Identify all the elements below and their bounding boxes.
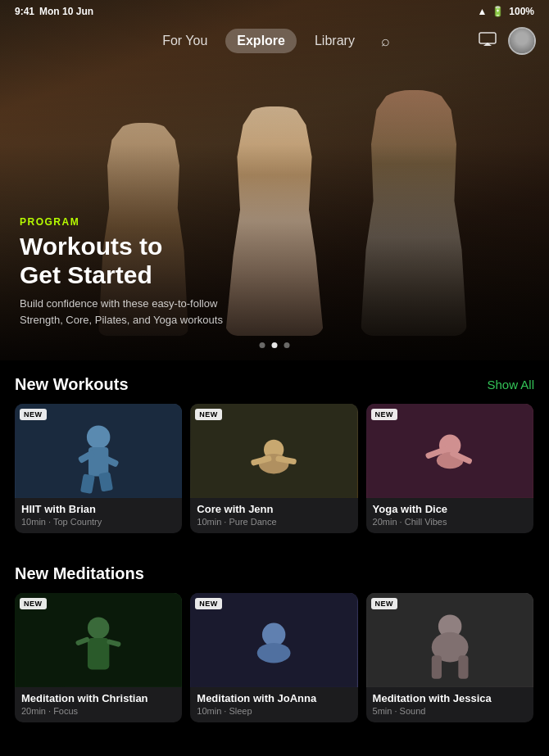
status-bar: 9:41 Mon 10 Jun ▲ 🔋 100% (0, 0, 549, 23)
svg-point-25 (262, 623, 285, 646)
main-content: New Workouts Show All (0, 360, 549, 756)
new-meditations-title: New Meditations (15, 564, 144, 583)
new-badge-med2: NEW (195, 598, 222, 609)
nav-explore[interactable]: Explore (225, 29, 297, 53)
hero-content: PROGRAM Workouts toGet Started Build con… (20, 216, 529, 328)
new-meditations-cards: NEW Meditation with Christian 20min · Fo… (15, 593, 534, 722)
card-hiit-brian[interactable]: NEW HIIT with Brian 10min · Top Country (15, 404, 182, 533)
svg-point-20 (88, 617, 109, 638)
card-thumb-med3: NEW (366, 593, 533, 687)
svg-point-26 (257, 643, 291, 663)
new-badge-hiit: NEW (20, 409, 47, 420)
card-thumb-med2: NEW (190, 593, 357, 687)
card-thumb-hiit: NEW (15, 404, 182, 498)
card-title-yoga: Yoga with Dice (373, 503, 527, 515)
status-bar-left: 9:41 Mon 10 Jun (15, 6, 93, 17)
svg-rect-30 (431, 655, 441, 678)
new-workouts-cards: NEW HIIT with Brian 10min · Top Country (15, 404, 534, 533)
card-info-yoga: Yoga with Dice 20min · Chill Vibes (366, 498, 533, 533)
new-badge-yoga: NEW (371, 409, 398, 420)
svg-rect-21 (88, 638, 109, 670)
card-thumb-med1: NEW (15, 593, 182, 687)
card-meta-yoga: 20min · Chill Vibes (373, 517, 527, 527)
card-meta-core: 10min · Pure Dance (197, 517, 351, 527)
new-workouts-section: New Workouts Show All (0, 360, 549, 533)
card-core-jenn[interactable]: NEW Core with Jenn 10min · Pure Dance (190, 404, 357, 533)
svg-rect-0 (479, 33, 496, 43)
card-info-med2: Meditation with JoAnna 10min · Sleep (190, 687, 357, 722)
status-bar-right: ▲ 🔋 100% (477, 6, 534, 17)
status-date: Mon 10 Jun (39, 6, 93, 17)
card-info-hiit: HIIT with Brian 10min · Top Country (15, 498, 182, 533)
dot-3[interactable] (284, 342, 290, 348)
card-thumb-yoga: NEW (366, 404, 533, 498)
user-avatar[interactable] (508, 27, 536, 55)
card-yoga-dice[interactable]: NEW Yoga with Dice 20min · Chill Vibes (366, 404, 533, 533)
card-med-jessica[interactable]: NEW Meditation with Jessica 5min · Sound (366, 593, 533, 722)
card-info-core: Core with Jenn 10min · Pure Dance (190, 498, 357, 533)
new-workouts-show-all[interactable]: Show All (487, 378, 534, 392)
dot-2[interactable] (272, 342, 278, 348)
search-icon[interactable]: ⌕ (373, 28, 398, 55)
new-workouts-title: New Workouts (15, 375, 129, 394)
wifi-icon: ▲ (477, 6, 487, 17)
card-meta-hiit: 10min · Top Country (21, 517, 175, 527)
battery-level: 100% (509, 6, 534, 17)
avatar-image (510, 29, 534, 53)
card-thumb-core: NEW (190, 404, 357, 498)
card-info-med1: Meditation with Christian 20min · Focus (15, 687, 182, 722)
card-title-hiit: HIIT with Brian (21, 503, 175, 515)
battery-icon: 🔋 (492, 6, 504, 17)
card-meta-med1: 20min · Focus (21, 706, 175, 716)
hero-title: Workouts toGet Started (20, 233, 529, 289)
svg-rect-31 (458, 655, 468, 678)
svg-point-11 (259, 454, 289, 473)
hero-description: Build confidence with these easy-to-foll… (20, 296, 249, 328)
svg-point-3 (87, 425, 110, 448)
card-title-med3: Meditation with Jessica (373, 692, 527, 704)
card-med-christian[interactable]: NEW Meditation with Christian 20min · Fo… (15, 593, 182, 722)
nav-for-you[interactable]: For You (151, 29, 219, 53)
card-info-med3: Meditation with Jessica 5min · Sound (366, 687, 533, 722)
hero-section: For You Explore Library ⌕ PROGRAM Workou… (0, 0, 549, 360)
activity-types-section: Activity Types (0, 739, 549, 756)
new-workouts-header: New Workouts Show All (15, 375, 534, 394)
new-badge-med3: NEW (371, 598, 398, 609)
new-badge-core: NEW (195, 409, 222, 420)
card-meta-med3: 5min · Sound (373, 706, 527, 716)
card-title-med2: Meditation with JoAnna (197, 692, 351, 704)
nav-library[interactable]: Library (303, 29, 366, 53)
card-title-core: Core with Jenn (197, 503, 351, 515)
card-meta-med2: 10min · Sleep (197, 706, 351, 716)
hero-tag: PROGRAM (20, 216, 529, 228)
nav: For You Explore Library ⌕ (0, 23, 549, 59)
new-meditations-section: New Meditations NEW (0, 550, 549, 722)
status-time: 9:41 (15, 6, 34, 17)
new-badge-med1: NEW (20, 598, 47, 609)
card-title-med1: Meditation with Christian (21, 692, 175, 704)
card-med-joanna[interactable]: NEW Meditation with JoAnna 10min · Sleep (190, 593, 357, 722)
dot-1[interactable] (260, 342, 265, 348)
hero-dots (260, 342, 290, 348)
new-meditations-header: New Meditations (15, 564, 534, 583)
airplay-icon[interactable] (479, 32, 501, 50)
